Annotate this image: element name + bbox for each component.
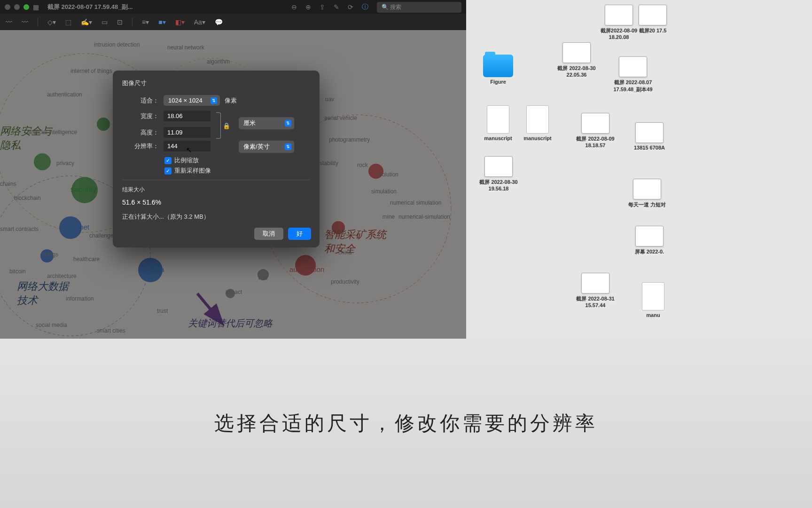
line-style-icon[interactable]: ≡▾ <box>142 18 149 26</box>
scale-proportionally-checkbox[interactable]: ✓ <box>164 157 172 164</box>
window-title: 截屏 2022-08-07 17.59.48_副... <box>47 3 133 11</box>
icon-label: 截屏 2022-08-30 19.56.18 <box>479 179 517 191</box>
fit-select[interactable]: 1024 × 1024 ⇅ <box>164 95 220 106</box>
desktop-screenshot[interactable]: 截屏20 17.5 <box>636 5 669 34</box>
stroke-color-icon[interactable]: ■▾ <box>158 18 165 26</box>
close-dot[interactable] <box>5 4 10 10</box>
result-percent: 51.6 × 51.6% <box>122 198 310 206</box>
desktop-doc[interactable]: manuscript <box>518 105 557 141</box>
height-label: 高度： <box>122 128 159 137</box>
ok-button[interactable]: 好 <box>288 228 311 240</box>
info-icon[interactable]: ⓘ <box>362 3 368 11</box>
fit-label: 适合： <box>122 96 159 105</box>
icon-label: 每天一道 力短对 <box>628 202 666 207</box>
cursor-pointer-icon: ↖ <box>186 146 192 154</box>
icon-label: manuscript <box>523 135 551 141</box>
image-size-dialog: 图像尺寸 适合： 1024 × 1024 ⇅ 像素 宽度： 高度： 🔒 <box>113 71 320 247</box>
rotate-icon[interactable]: ⟳ <box>348 3 353 11</box>
search-input[interactable]: 🔍 搜索 <box>377 2 461 13</box>
desktop[interactable]: Figure manuscript manuscript 截屏 2022-08-… <box>466 0 812 339</box>
lock-icon: 🔒 <box>223 122 230 129</box>
desktop-doc[interactable]: manuscript <box>478 105 518 141</box>
shapes-icon[interactable]: ◇▾ <box>47 18 56 26</box>
desktop-folder[interactable]: Figure <box>478 55 518 85</box>
zoom-dot[interactable] <box>23 4 29 10</box>
search-placeholder: 搜索 <box>390 4 401 10</box>
icon-label: 截屏20 17.5 <box>639 28 667 33</box>
resample-checkbox[interactable]: ✓ <box>164 167 172 175</box>
fit-unit: 像素 <box>225 96 237 105</box>
icon-label: manuscript <box>484 135 512 141</box>
sidebar-icon[interactable]: ▦ <box>33 3 39 11</box>
annotate-icon[interactable]: 💬 <box>215 18 223 26</box>
chevron-updown-icon: ⇅ <box>285 120 291 127</box>
resolution-label: 分辨率： <box>122 142 159 151</box>
result-title: 结果大小 <box>122 186 310 194</box>
titlebar: ▦ 截屏 2022-08-07 17.59.48_副... ⊖ ⊕ ⇪ ✎ ⟳ … <box>0 0 466 14</box>
width-input[interactable] <box>164 111 211 121</box>
chevron-updown-icon: ⇅ <box>211 97 217 104</box>
height-input[interactable] <box>164 127 211 138</box>
icon-label: Figure <box>490 79 506 85</box>
caption-banner: 选择合适的尺寸，修改你需要的分辨率 <box>0 339 812 508</box>
icon-label: 截屏 2022-08-30 22.05.36 <box>557 65 595 78</box>
desktop-screenshot[interactable]: 屏幕 2022-0. <box>631 226 668 255</box>
icon-label: 13815 6708A <box>634 145 665 151</box>
note-icon[interactable]: ▭ <box>102 18 108 26</box>
caption-text: 选择合适的尺寸，修改你需要的分辨率 <box>214 410 598 437</box>
scale-prop-label: 比例缩放 <box>174 156 199 165</box>
cancel-button[interactable]: 取消 <box>254 228 283 240</box>
icon-label: 截屏2022-08-09 18.20.08 <box>601 28 637 40</box>
zoom-out-icon[interactable]: ⊖ <box>291 3 297 11</box>
icon-label: manu <box>646 312 660 318</box>
window-controls[interactable] <box>5 4 29 10</box>
share-icon[interactable]: ⇪ <box>320 3 325 11</box>
icon-label: 截屏 2022-08-09 18.18.57 <box>576 136 614 148</box>
desktop-screenshot[interactable]: 截屏 2022-08-30 19.56.18 <box>473 156 524 191</box>
dimension-unit-select[interactable]: 厘米 ⇅ <box>239 117 294 129</box>
crop-icon[interactable]: ⊡ <box>117 18 123 26</box>
font-icon[interactable]: Aa▾ <box>194 18 205 26</box>
fit-value: 1024 × 1024 <box>168 97 203 104</box>
desktop-file[interactable]: 每天一道 力短对 <box>626 179 668 208</box>
result-calculating: 正在计算大小...（原为 3.2 MB） <box>122 213 310 221</box>
width-label: 宽度： <box>122 112 159 120</box>
markup-icon[interactable]: ✎ <box>334 3 339 11</box>
zoom-in-icon[interactable]: ⊕ <box>305 3 311 11</box>
text-icon[interactable]: ⬚ <box>65 18 71 26</box>
resolution-unit-select[interactable]: 像素/英寸 ⇅ <box>239 141 294 153</box>
desktop-screenshot[interactable]: 截屏 2022-08-31 15.57.44 <box>570 273 621 308</box>
pen-icon[interactable]: 〰 <box>6 18 12 26</box>
icon-label: 屏幕 2022-0. <box>635 249 664 254</box>
highlight-icon[interactable]: 〰 <box>22 18 28 26</box>
icon-label: 截屏 2022-08-31 15.57.44 <box>576 296 614 308</box>
sign-icon[interactable]: ✍▾ <box>81 18 92 26</box>
desktop-screenshot[interactable]: 截屏 2022-08-30 22.05.36 <box>551 42 602 78</box>
min-dot[interactable] <box>14 4 20 10</box>
icon-label: 截屏 2022-08.07 17.59.48_副本49 <box>613 79 652 92</box>
desktop-screenshot[interactable]: 截屏 2022-08.07 17.59.48_副本49 <box>607 56 659 93</box>
resample-label: 重新采样图像 <box>174 167 211 175</box>
fill-color-icon[interactable]: ◧▾ <box>175 18 185 26</box>
desktop-file[interactable]: 13815 6708A <box>631 122 668 151</box>
chevron-updown-icon: ⇅ <box>285 143 291 150</box>
dialog-title: 图像尺寸 <box>122 79 310 87</box>
dim-unit-value: 厘米 <box>243 119 256 127</box>
res-unit-value: 像素/英寸 <box>243 143 270 150</box>
desktop-screenshot[interactable]: 截屏 2022-08-09 18.18.57 <box>570 113 621 148</box>
desktop-doc[interactable]: manu <box>633 282 673 318</box>
markup-toolbar: 〰 〰 ◇▾ ⬚ ✍▾ ▭ ⊡ ≡▾ ■▾ ◧▾ Aa▾ 💬 <box>0 14 466 30</box>
aspect-lock[interactable]: 🔒 <box>216 112 230 139</box>
